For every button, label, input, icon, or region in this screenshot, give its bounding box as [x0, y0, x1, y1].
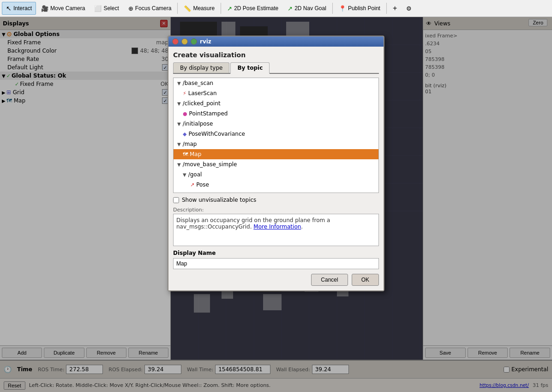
goal-expand: ▼ [183, 172, 186, 177]
pose-label: Pose [196, 181, 209, 188]
2d-pose-button[interactable]: ↗ 2D Pose Estimate [223, 2, 282, 15]
nav-icon: ↗ [288, 5, 293, 12]
description-label: Description: [173, 207, 379, 213]
toolbar: ↖ Interact 🎥 Move Camera ⬜ Select ⊕ Focu… [0, 0, 552, 17]
dialog-minimize-button[interactable] [181, 38, 188, 45]
dialog-close-button[interactable] [172, 38, 179, 45]
add-toolbar-button[interactable]: + [389, 2, 401, 15]
camera-icon: 🎥 [41, 5, 48, 12]
separator-4 [386, 3, 387, 14]
dialog-maximize-button[interactable] [191, 38, 197, 45]
more-information-link[interactable]: More Information [253, 223, 301, 230]
select-icon: ⬜ [94, 5, 102, 12]
laser-scan-label: LaserScan [188, 90, 217, 96]
topic-map-selected[interactable]: 🗺 Map [174, 149, 378, 159]
tab-by-display-type[interactable]: By display type [173, 62, 229, 73]
show-unvisualizable-section: Show unvisualizable topics [173, 197, 379, 203]
topic-tree: ▼ /base_scan ⚡ LaserScan ▼ /clicked_poin… [173, 78, 379, 193]
move-base-label: /move_base_simple [183, 161, 237, 168]
separator-1 [177, 3, 178, 14]
2d-nav-label: 2D Nav Goal [294, 5, 326, 12]
2d-nav-button[interactable]: ↗ 2D Nav Goal [283, 2, 330, 15]
goal-label: /goal [188, 171, 202, 178]
pose-icon: ↗ [227, 5, 232, 12]
point-stamped-icon: ● [183, 111, 187, 117]
modal-overlay: rviz Create visualization By display typ… [0, 17, 552, 392]
separator-2 [221, 3, 221, 14]
interact-button[interactable]: ↖ Interact [2, 2, 36, 15]
topic-pose[interactable]: ↗ Pose [174, 180, 378, 190]
focus-camera-button[interactable]: ⊕ Focus Camera [124, 2, 176, 15]
ok-button[interactable]: OK [352, 274, 379, 286]
rviz-dialog: rviz Create visualization By display typ… [168, 36, 384, 291]
cancel-button[interactable]: Cancel [311, 274, 348, 286]
topic-map-group[interactable]: ▼ /map [174, 139, 378, 149]
topic-laser-scan[interactable]: ⚡ LaserScan [174, 88, 378, 98]
base-scan-label: /base_scan [183, 80, 213, 86]
publish-point-label: Publish Point [348, 5, 380, 12]
point-stamped-label: PointStamped [189, 110, 228, 117]
select-label: Select [103, 5, 119, 12]
topic-initialpose[interactable]: ▼ /initialpose [174, 119, 378, 129]
pose-icon: ↗ [190, 182, 194, 188]
show-unvisualizable-checkbox[interactable] [173, 197, 179, 203]
dialog-buttons: Cancel OK [173, 274, 379, 286]
topic-goal[interactable]: ▼ /goal [174, 169, 378, 180]
map-topic-icon: 🗺 [183, 151, 188, 157]
base-scan-expand: ▼ [177, 81, 181, 86]
tab-bar: By display type By topic [173, 62, 379, 74]
tab-by-topic[interactable]: By topic [230, 62, 270, 74]
display-name-label: Display Name [173, 250, 379, 256]
measure-label: Measure [193, 5, 215, 12]
select-button[interactable]: ⬜ Select [90, 2, 123, 15]
interact-label: Interact [13, 5, 32, 12]
focus-icon: ⊕ [128, 5, 133, 12]
topic-base-scan[interactable]: ▼ /base_scan [174, 78, 378, 88]
rviz-title-bar: rviz [168, 36, 384, 47]
ruler-icon: 📏 [184, 5, 191, 12]
map-group-label: /map [183, 141, 197, 147]
topic-clicked-point[interactable]: ▼ /clicked_point [174, 98, 378, 109]
clicked-point-label: /clicked_point [183, 100, 221, 107]
topic-point-stamped[interactable]: ● PointStamped [174, 109, 378, 119]
move-camera-label: Move Camera [50, 5, 85, 12]
initialpose-label: /initialpose [183, 121, 213, 127]
clicked-point-expand: ▼ [177, 101, 181, 106]
map-topic-label: Map [190, 151, 201, 157]
rviz-title-text: rviz [200, 38, 211, 45]
topic-move-base-simple[interactable]: ▼ /move_base_simple [174, 159, 378, 169]
cursor-icon: ↖ [6, 5, 12, 12]
focus-camera-label: Focus Camera [135, 5, 172, 12]
measure-button[interactable]: 📏 Measure [180, 2, 219, 15]
display-name-section: Display Name [173, 250, 379, 269]
separator-3 [332, 3, 333, 14]
pose-with-covariance-label: PoseWithCovariance [188, 131, 245, 137]
rviz-content: Create visualization By display type By … [168, 47, 384, 290]
move-base-expand: ▼ [177, 162, 181, 167]
pose-covariance-icon: ◆ [183, 131, 186, 137]
initialpose-expand: ▼ [177, 121, 181, 127]
toolbar-extra-button[interactable]: ⚙ [402, 2, 416, 15]
point-icon: 📍 [339, 5, 346, 12]
laser-scan-icon: ⚡ [183, 90, 186, 96]
description-box: Displays an occupancy grid on the ground… [173, 214, 379, 246]
show-unvisualizable-label[interactable]: Show unvisualizable topics [182, 197, 256, 203]
move-camera-button[interactable]: 🎥 Move Camera [37, 2, 89, 15]
map-group-expand: ▼ [177, 142, 181, 147]
publish-point-button[interactable]: 📍 Publish Point [335, 2, 384, 15]
topic-pose-with-covariance[interactable]: ◆ PoseWithCovariance [174, 129, 378, 139]
description-section: Description: Displays an occupancy grid … [173, 207, 379, 246]
2d-pose-label: 2D Pose Estimate [234, 5, 278, 12]
create-viz-title: Create visualization [173, 51, 379, 59]
display-name-input[interactable] [173, 258, 379, 269]
